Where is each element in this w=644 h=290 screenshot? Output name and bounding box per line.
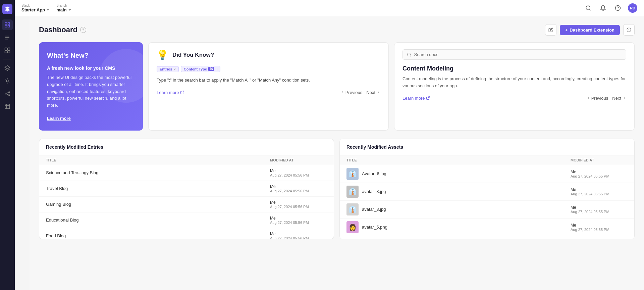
- whats-new-subtitle: A fresh new look for your CMS: [47, 65, 135, 71]
- sidebar-item-deploy[interactable]: [2, 76, 13, 86]
- sidebar-logo[interactable]: [2, 4, 12, 14]
- tip-next-button[interactable]: Next: [366, 90, 380, 95]
- sidebar-item-modules[interactable]: [2, 45, 13, 56]
- svg-rect-7: [5, 48, 7, 50]
- asset-name: avatar_3.jpg: [362, 207, 567, 212]
- content-modeling-title: Content Modeling: [402, 65, 626, 72]
- tip-prev-button[interactable]: Previous: [340, 90, 363, 95]
- assets-table-columns: Title Modified At: [340, 155, 634, 165]
- entry-title: Travel Blog: [46, 186, 270, 191]
- svg-point-19: [9, 95, 10, 96]
- asset-modified: Me Aug 27, 2024 05:55 PM: [571, 205, 628, 214]
- content-modeling-desc: Content modeling is the process of defin…: [402, 76, 626, 90]
- svg-rect-2: [5, 26, 7, 27]
- sidebar-item-layers[interactable]: [2, 63, 13, 74]
- sidebar-item-dashboard[interactable]: [2, 19, 13, 30]
- content-modeling-link[interactable]: Learn more: [402, 96, 430, 101]
- table-row[interactable]: Educational Blog Me Aug 27, 2024 05:56 P…: [39, 212, 334, 228]
- help-icon[interactable]: [613, 3, 623, 13]
- search-icon[interactable]: [584, 3, 593, 13]
- entries-col-title: Title: [46, 158, 270, 162]
- assets-col-modified: Modified At: [571, 158, 628, 162]
- svg-line-15: [5, 79, 6, 80]
- asset-modified: Me Aug 27, 2024 05:55 PM: [571, 170, 628, 178]
- list-item[interactable]: 👩 avatar_5.png Me Aug 27, 2024 05:55 PM: [340, 219, 634, 236]
- page-title: Dashboard ?: [39, 26, 86, 34]
- sidebar: [0, 0, 15, 290]
- sidebar-item-workflows[interactable]: [2, 88, 13, 99]
- tables-row: Recently Modified Entries Title Modified…: [39, 139, 635, 239]
- did-you-know-link[interactable]: Learn more: [157, 90, 184, 95]
- svg-point-12: [6, 80, 8, 82]
- svg-point-17: [5, 93, 6, 94]
- tag-entries-close[interactable]: ×: [173, 67, 175, 71]
- stack-value[interactable]: Starter App: [21, 7, 50, 12]
- main-content: Dashboard ? + Dashboard Extension: [30, 16, 644, 290]
- svg-line-23: [589, 9, 590, 10]
- topbar-actions: RD: [584, 3, 637, 13]
- svg-line-21: [6, 94, 9, 95]
- asset-modified: Me Aug 27, 2024 05:55 PM: [571, 187, 628, 196]
- entry-title: Educational Blog: [46, 218, 270, 223]
- svg-marker-11: [5, 66, 10, 69]
- card-tip-nav: Previous Next: [340, 90, 380, 95]
- sidebar-item-extensions[interactable]: [2, 101, 13, 112]
- whats-new-desc: The new UI design packs the most powerfu…: [47, 74, 135, 109]
- asset-thumbnail: 👔: [346, 186, 359, 198]
- asset-name: avatar_5.png: [362, 225, 567, 230]
- entry-modified: Me Aug 27, 2024 05:56 PM: [270, 232, 327, 239]
- docs-search-input[interactable]: [414, 52, 622, 57]
- entries-table-columns: Title Modified At: [39, 155, 334, 165]
- cards-row: What's New? A fresh new look for your CM…: [39, 42, 635, 131]
- dashboard-extension-button[interactable]: + Dashboard Extension: [560, 25, 620, 35]
- svg-rect-8: [8, 48, 10, 50]
- asset-name: Avatar_6.jpg: [362, 171, 567, 176]
- svg-rect-3: [8, 26, 10, 27]
- table-row[interactable]: Gaming Blog Me Aug 27, 2024 05:56 PM: [39, 197, 334, 212]
- list-item[interactable]: 👔 Avatar_6.jpg Me Aug 27, 2024 05:55 PM: [340, 165, 634, 183]
- info-button[interactable]: [623, 24, 635, 36]
- asset-name: avatar_3.jpg: [362, 189, 567, 194]
- whats-new-link[interactable]: Learn more: [47, 116, 71, 121]
- entries-table-card: Recently Modified Entries Title Modified…: [39, 139, 334, 239]
- tag-content-type[interactable]: Content Type ⌘ |: [181, 66, 221, 72]
- table-row[interactable]: Food Blog Me Aug 27, 2024 05:56 PM: [39, 228, 334, 239]
- content-modeling-footer: Learn more Previous Next: [402, 96, 626, 101]
- docs-next-button[interactable]: Next: [612, 96, 626, 101]
- page-header: Dashboard ? + Dashboard Extension: [39, 24, 635, 36]
- entry-title: Science and Tec...ogy Blog: [46, 170, 270, 175]
- notifications-icon[interactable]: [598, 3, 608, 13]
- page-help-icon[interactable]: ?: [80, 27, 86, 33]
- entries-table-header: Recently Modified Entries: [39, 139, 334, 155]
- entry-modified: Me Aug 27, 2024 05:56 PM: [270, 184, 327, 193]
- assets-col-title: Title: [346, 158, 571, 162]
- entry-title: Food Blog: [46, 233, 270, 238]
- entry-title: Gaming Blog: [46, 202, 270, 207]
- assets-table-body: 👔 Avatar_6.jpg Me Aug 27, 2024 05:55 PM …: [340, 165, 634, 239]
- asset-thumbnail: 👔: [346, 203, 359, 215]
- branch-value[interactable]: main: [56, 7, 71, 12]
- edit-button[interactable]: [545, 24, 556, 36]
- svg-line-31: [410, 55, 411, 56]
- svg-line-20: [6, 92, 9, 93]
- docs-search-bar[interactable]: [402, 49, 626, 60]
- branch-selector[interactable]: Branch main: [56, 4, 71, 12]
- table-row[interactable]: Science and Tec...ogy Blog Me Aug 27, 20…: [39, 165, 334, 181]
- svg-rect-10: [8, 51, 10, 53]
- list-item[interactable]: 🖼 travel_blog_banner.jpg Me Aug 27, 2024…: [340, 236, 634, 239]
- card-tip-footer: Learn more Previous Next: [157, 90, 380, 95]
- stack-selector[interactable]: Stack Starter App: [21, 4, 50, 12]
- table-row[interactable]: Travel Blog Me Aug 27, 2024 05:56 PM: [39, 181, 334, 197]
- list-item[interactable]: 👔 avatar_3.jpg Me Aug 27, 2024 05:55 PM: [340, 201, 634, 219]
- user-avatar[interactable]: RD: [628, 3, 637, 13]
- docs-prev-button[interactable]: Previous: [586, 96, 608, 101]
- svg-line-32: [428, 97, 430, 99]
- branch-label: Branch: [56, 4, 71, 7]
- list-item[interactable]: 👔 avatar_3.jpg Me Aug 27, 2024 05:55 PM: [340, 183, 634, 201]
- whats-new-title: What's New?: [47, 52, 135, 59]
- svg-point-22: [586, 6, 590, 10]
- entry-modified: Me Aug 27, 2024 05:56 PM: [270, 216, 327, 225]
- assets-table-header: Recently Modified Assets: [340, 139, 634, 155]
- sidebar-item-content[interactable]: [2, 32, 13, 43]
- tag-entries[interactable]: Entries ×: [157, 66, 179, 72]
